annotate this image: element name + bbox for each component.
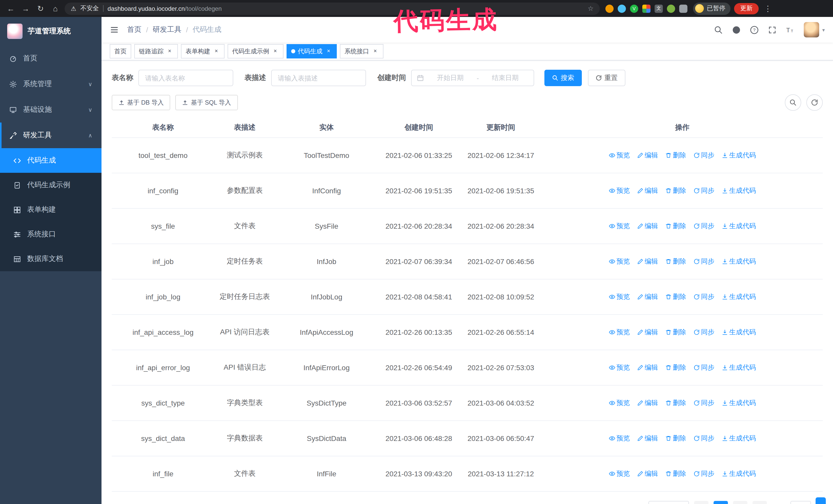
generate-code-action[interactable]: 生成代码: [721, 434, 756, 443]
close-icon[interactable]: ×: [372, 48, 379, 55]
sync-action[interactable]: 同步: [693, 221, 714, 231]
edit-action[interactable]: 编辑: [637, 399, 658, 408]
page-size-select[interactable]: 10条/页 ▾: [648, 501, 689, 504]
preview-action[interactable]: 预览: [609, 469, 630, 478]
corner-widget-button[interactable]: [815, 497, 826, 504]
extension-icon-1[interactable]: [605, 4, 614, 13]
translate-icon[interactable]: 文: [654, 4, 663, 13]
address-bar[interactable]: ⚠ 不安全 dashboard.yudao.iocoder.cn/tool/co…: [65, 2, 600, 15]
extension-icon-5[interactable]: [667, 4, 675, 13]
bookmark-star-icon[interactable]: ☆: [588, 5, 594, 12]
sync-action[interactable]: 同步: [693, 469, 714, 478]
sidebar-item-system-api[interactable]: 系统接口: [0, 222, 101, 247]
fullscreen-icon[interactable]: [768, 25, 777, 34]
end-date-placeholder[interactable]: 结束日期: [482, 73, 528, 82]
generate-code-action[interactable]: 生成代码: [721, 186, 756, 195]
sync-action[interactable]: 同步: [693, 292, 714, 302]
sidebar-item-system-management[interactable]: 系统管理 ∨: [0, 71, 101, 97]
sync-action[interactable]: 同步: [693, 186, 714, 195]
close-icon[interactable]: ×: [166, 48, 173, 55]
delete-action[interactable]: 删除: [665, 399, 686, 408]
refresh-table-button[interactable]: [806, 94, 823, 111]
sync-action[interactable]: 同步: [693, 151, 714, 160]
prev-page-button[interactable]: ‹: [694, 501, 709, 504]
edit-action[interactable]: 编辑: [637, 221, 658, 231]
browser-back-icon[interactable]: ←: [5, 3, 17, 14]
sync-action[interactable]: 同步: [693, 328, 714, 337]
preview-action[interactable]: 预览: [609, 186, 630, 195]
delete-action[interactable]: 删除: [665, 292, 686, 302]
sidebar-item-form-builder[interactable]: 表单构建: [0, 197, 101, 222]
close-icon[interactable]: ×: [325, 48, 332, 55]
page-button-2[interactable]: 2: [733, 501, 747, 504]
tab-codegen[interactable]: 代码生成×: [287, 44, 337, 58]
edit-action[interactable]: 编辑: [637, 363, 658, 372]
delete-action[interactable]: 删除: [665, 434, 686, 443]
browser-home-icon[interactable]: ⌂: [50, 3, 61, 14]
generate-code-action[interactable]: 生成代码: [721, 257, 756, 266]
sidebar-item-home[interactable]: 首页: [0, 46, 101, 71]
import-sql-button[interactable]: 基于 SQL 导入: [175, 95, 238, 110]
tab-trace[interactable]: 链路追踪×: [134, 44, 178, 58]
start-date-placeholder[interactable]: 开始日期: [427, 73, 474, 82]
help-icon[interactable]: ?: [750, 25, 759, 34]
preview-action[interactable]: 预览: [609, 151, 630, 160]
sidebar-item-db-docs[interactable]: 数据库文档: [0, 247, 101, 271]
generate-code-action[interactable]: 生成代码: [721, 328, 756, 337]
preview-action[interactable]: 预览: [609, 363, 630, 372]
profile-paused-badge[interactable]: 已暂停: [693, 2, 731, 15]
preview-action[interactable]: 预览: [609, 221, 630, 231]
browser-update-button[interactable]: 更新: [734, 3, 759, 14]
app-logo[interactable]: 芋道管理系统: [0, 17, 101, 46]
edit-action[interactable]: 编辑: [637, 328, 658, 337]
sync-action[interactable]: 同步: [693, 363, 714, 372]
generate-code-action[interactable]: 生成代码: [721, 469, 756, 478]
generate-code-action[interactable]: 生成代码: [721, 399, 756, 408]
sync-action[interactable]: 同步: [693, 434, 714, 443]
browser-reload-icon[interactable]: ↻: [35, 3, 46, 14]
goto-page-input[interactable]: [790, 501, 811, 504]
edit-action[interactable]: 编辑: [637, 151, 658, 160]
sidebar-item-infrastructure[interactable]: 基础设施 ∨: [0, 97, 101, 123]
preview-action[interactable]: 预览: [609, 399, 630, 408]
breadcrumb-home[interactable]: 首页: [127, 25, 142, 34]
search-button[interactable]: 搜索: [544, 70, 582, 86]
edit-action[interactable]: 编辑: [637, 469, 658, 478]
tab-codegen-example[interactable]: 代码生成示例×: [228, 44, 284, 58]
delete-action[interactable]: 删除: [665, 328, 686, 337]
edit-action[interactable]: 编辑: [637, 434, 658, 443]
delete-action[interactable]: 删除: [665, 257, 686, 266]
tab-home[interactable]: 首页: [110, 44, 131, 58]
delete-action[interactable]: 删除: [665, 469, 686, 478]
create-time-range-picker[interactable]: 开始日期 - 结束日期: [411, 70, 534, 86]
breadcrumb-dev-tools[interactable]: 研发工具: [153, 25, 182, 34]
table-name-input[interactable]: [138, 70, 233, 86]
sync-action[interactable]: 同步: [693, 257, 714, 266]
extension-icon-2[interactable]: [618, 4, 626, 13]
page-button-1[interactable]: 1: [714, 501, 728, 504]
search-icon[interactable]: [714, 25, 723, 34]
font-size-icon[interactable]: TT: [786, 25, 794, 34]
security-label[interactable]: 不安全: [80, 4, 99, 13]
toggle-search-button[interactable]: [785, 94, 801, 111]
generate-code-action[interactable]: 生成代码: [721, 151, 756, 160]
browser-menu-icon[interactable]: ⋮: [762, 3, 774, 14]
next-page-button[interactable]: ›: [753, 501, 767, 504]
close-icon[interactable]: ×: [272, 48, 279, 55]
edit-action[interactable]: 编辑: [637, 292, 658, 302]
generate-code-action[interactable]: 生成代码: [721, 292, 756, 302]
sync-action[interactable]: 同步: [693, 399, 714, 408]
hamburger-icon[interactable]: [110, 25, 119, 34]
tab-form-builder[interactable]: 表单构建×: [181, 44, 224, 58]
user-menu[interactable]: ▾: [804, 22, 825, 38]
puzzle-extension-icon[interactable]: [679, 4, 687, 13]
preview-action[interactable]: 预览: [609, 328, 630, 337]
github-icon[interactable]: [732, 25, 741, 34]
preview-action[interactable]: 预览: [609, 292, 630, 302]
reset-button[interactable]: 重置: [588, 70, 625, 86]
delete-action[interactable]: 删除: [665, 363, 686, 372]
sidebar-item-dev-tools[interactable]: 研发工具 ∧: [0, 123, 101, 148]
delete-action[interactable]: 删除: [665, 186, 686, 195]
close-icon[interactable]: ×: [213, 48, 220, 55]
page-url[interactable]: dashboard.yudao.iocoder.cn/tool/codegen: [108, 5, 222, 12]
